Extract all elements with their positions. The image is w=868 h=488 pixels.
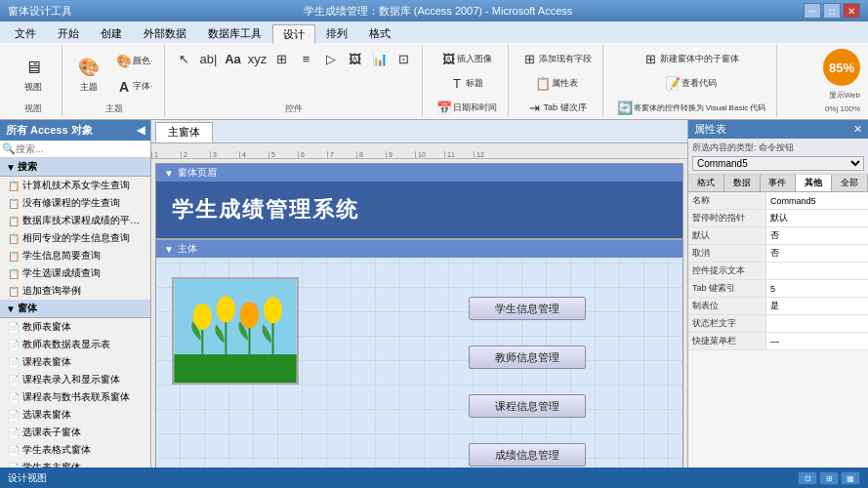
font-button[interactable]: A 字体· — [110, 75, 158, 99]
prop-tab-other[interactable]: 其他 — [796, 175, 832, 191]
label-button[interactable]: Aa — [222, 47, 245, 70]
list-item[interactable]: 📄 选课表子窗体 — [0, 424, 150, 441]
btn-course-info[interactable]: 课程信息管理 — [469, 394, 586, 418]
list-item[interactable]: 📋 学生信息简要查询 — [0, 247, 150, 264]
zoom-web-label: 显示Web — [829, 90, 860, 101]
datetime-button[interactable]: 📅 日期和时间 — [431, 96, 502, 119]
list-item[interactable]: 📄 课程表录入和显示窗体 — [0, 371, 150, 388]
list-item[interactable]: 📋 追加查询举例 — [0, 282, 150, 300]
prop-value[interactable] — [766, 315, 868, 332]
tab-format[interactable]: 格式 — [358, 23, 401, 43]
status-left: 设计视图 — [8, 471, 47, 485]
queries-section-label: 搜索 — [18, 160, 37, 174]
form-icon: 📄 — [8, 322, 20, 333]
list-item[interactable]: 📋 计算机技术系女学生查询 — [0, 177, 150, 194]
list-item[interactable]: 📋 相同专业的学生信息查询 — [0, 229, 150, 247]
btn-grade-info[interactable]: 成绩信息管理 — [469, 443, 586, 467]
insert-image-button[interactable]: 🖼 插入图像 — [434, 47, 497, 70]
theme-button[interactable]: 🎨 主题 — [70, 51, 107, 97]
view-group-label: 视图 — [24, 101, 42, 115]
add-field-button[interactable]: ⊞ 添加现有字段 — [517, 47, 597, 70]
list-item[interactable]: 📋 学生选课成绩查询 — [0, 264, 150, 282]
svg-rect-1 — [174, 354, 296, 383]
subform-button[interactable]: ⊡ — [393, 47, 416, 70]
image-ctrl-button[interactable]: 🖼 — [344, 47, 367, 70]
search-input[interactable] — [16, 143, 148, 154]
cmd-button[interactable]: ▷ — [319, 47, 343, 70]
form-image — [172, 277, 299, 385]
prop-tab-event[interactable]: 事件 — [761, 175, 797, 191]
list-item[interactable]: 📄 学生表主窗体 — [0, 459, 150, 468]
textbox-button[interactable]: ab| — [197, 47, 221, 70]
query-icon: 📋 — [8, 286, 20, 297]
tab-external-data[interactable]: 外部数据 — [133, 23, 197, 43]
list-item[interactable]: 📄 课程表与数书表联系窗体 — [0, 388, 150, 406]
svg-point-8 — [240, 302, 259, 328]
list-button[interactable]: ≡ — [295, 47, 318, 70]
view-code-button[interactable]: 📝 查看代码 — [659, 71, 722, 95]
tab-order-button[interactable]: ⇥ Tab 键次序 — [521, 96, 592, 119]
tab-database-tools[interactable]: 数据库工具 — [197, 23, 272, 43]
form-view-icon[interactable]: ▦ — [841, 471, 860, 485]
prop-tab-data[interactable]: 数据 — [724, 175, 761, 191]
panel-items: ▼ 搜索 📋 计算机技术系女学生查询 📋 没有修课程的学生查询 📋 数据库技术课… — [0, 158, 150, 468]
list-item[interactable]: 📋 数据库技术课程成绩的平… — [0, 212, 150, 229]
controls-group-content: ↖ ab| Aa xyz ⊞ ≡ ▷ — [173, 47, 416, 101]
design-view-icon[interactable]: ⊡ — [798, 471, 817, 485]
prop-value[interactable]: — — [766, 333, 868, 349]
prop-value[interactable]: Command5 — [766, 192, 868, 209]
view-code-icon: 📝 — [664, 74, 682, 92]
tab-home[interactable]: 开始 — [47, 23, 90, 43]
list-item[interactable]: 📋 没有修课程的学生查询 — [0, 194, 150, 212]
prop-label: 控件提示文本 — [688, 263, 766, 279]
convert-vb-button[interactable]: 🔄 将窗体的控件转换为 Visual Basic 代码 — [611, 96, 771, 119]
zoom-indicator[interactable]: 85% — [823, 49, 860, 86]
list-item[interactable]: 📄 课程表窗体 — [0, 353, 150, 371]
maximize-button[interactable]: □ — [823, 3, 841, 19]
list-item[interactable]: 📄 学生表格式窗体 — [0, 441, 150, 459]
list-item[interactable]: 📄 教师表窗体 — [0, 318, 150, 336]
tab-arrange[interactable]: 排列 — [315, 23, 358, 43]
canvas-tab[interactable]: 主窗体 — [155, 122, 213, 142]
list-item[interactable]: 📄 教师表数据表显示表 — [0, 336, 150, 353]
combo-button[interactable]: ⊞ — [270, 47, 294, 70]
prop-sheet-button[interactable]: 📋 属性表 — [529, 71, 583, 95]
ruler: 12 34 56 78 910 1112 — [151, 143, 687, 159]
tab-design[interactable]: 设计 — [272, 24, 315, 44]
checkbox-button[interactable]: xyz — [246, 47, 269, 70]
prop-value[interactable]: 否 — [766, 227, 868, 244]
form-icon: 📄 — [8, 392, 20, 403]
layout-view-icon[interactable]: ⊞ — [819, 471, 839, 485]
prop-tab-all[interactable]: 全部 — [832, 175, 868, 191]
chart-button[interactable]: 📊 — [368, 47, 392, 70]
queries-section-header[interactable]: ▼ 搜索 — [0, 158, 150, 177]
btn-teacher-info[interactable]: 教师信息管理 — [469, 346, 586, 369]
svg-point-7 — [217, 296, 235, 322]
tab-file[interactable]: 文件 — [4, 23, 47, 43]
prop-value[interactable]: 默认 — [766, 210, 868, 226]
prop-value[interactable]: 是 — [766, 298, 868, 314]
color-button[interactable]: 🎨 颜色· — [110, 50, 158, 73]
prop-label: 状态栏文字 — [688, 315, 766, 332]
ribbon-group-controls: ↖ ab| Aa xyz ⊞ ≡ ▷ — [167, 45, 423, 117]
prop-rows: 名称 Command5 暂停时的指针 默认 默认 否 取消 否 控件提示文本 T… — [688, 192, 868, 468]
forms-section-header[interactable]: ▼ 窗体 — [0, 300, 150, 318]
btn-student-info[interactable]: 学生信息管理 — [469, 297, 586, 320]
tab-create[interactable]: 创建 — [90, 23, 133, 43]
prop-value[interactable]: 5 — [766, 280, 868, 297]
new-subform-button[interactable]: ⊞ 新建窗体中的子窗体 — [638, 47, 744, 70]
form-body[interactable]: 学生信息管理 教师信息管理 课程信息管理 成绩信息管理 用户信息管理 退出系统 — [156, 258, 682, 468]
query-icon: 📋 — [8, 198, 20, 209]
title-insert-button[interactable]: T 标题 — [443, 71, 488, 95]
prop-object-select[interactable]: Command5 — [692, 156, 864, 171]
prop-close-icon[interactable]: ✕ — [853, 123, 862, 136]
minimize-button[interactable]: ─ — [804, 3, 821, 19]
subform-icon: ⊡ — [395, 50, 413, 67]
cursor-button[interactable]: ↖ — [173, 47, 196, 70]
list-item[interactable]: 📄 选课表窗体 — [0, 406, 150, 424]
close-button[interactable]: ✕ — [843, 3, 860, 19]
prop-tab-format[interactable]: 格式 — [688, 175, 724, 191]
prop-value[interactable] — [766, 263, 868, 279]
view-button[interactable]: 🖥 视图 — [15, 51, 52, 97]
prop-value[interactable]: 否 — [766, 245, 868, 262]
